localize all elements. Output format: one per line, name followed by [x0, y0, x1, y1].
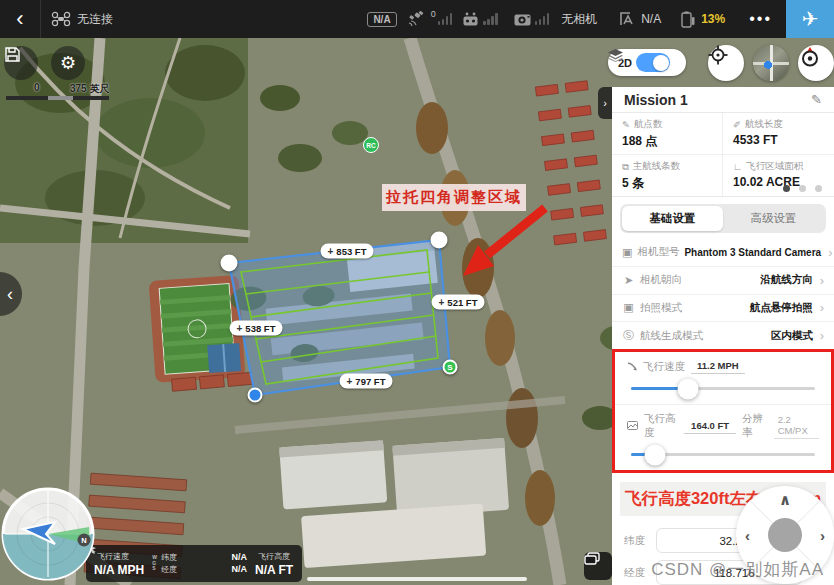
- camera-signal-bars: [535, 13, 550, 25]
- status-topbar: ‹ 无连接 N/A 0 无相机: [0, 0, 834, 38]
- plus-icon: +: [328, 246, 334, 257]
- mission-stats: ✎航点数 188 点 ✐航线长度 4533 FT ⧉主航线条数 5 条 ∟飞行区…: [612, 113, 834, 197]
- connection-status: 无连接: [41, 11, 123, 28]
- corner-handle-top-left[interactable]: [221, 255, 238, 272]
- speed-slider-row: 飞行速度 11.2 MPH: [615, 352, 831, 404]
- route-length-icon: ✐: [733, 119, 741, 130]
- plus-icon: +: [237, 323, 243, 334]
- camera-icon: [514, 13, 531, 26]
- flight-status: N/A: [609, 11, 671, 27]
- telemetry-coords: WGS 纬度N/A 经度N/A: [152, 552, 247, 575]
- gps-signal-bars: [438, 13, 453, 25]
- camera-model-icon: ▣: [622, 246, 632, 259]
- telemetry-altitude: 飞行高度 N/A FT: [255, 551, 293, 577]
- speed-slider[interactable]: [631, 387, 815, 390]
- nudge-up-button[interactable]: ∧: [779, 491, 791, 509]
- rc-status: [458, 12, 483, 26]
- nudge-center-knob[interactable]: [768, 518, 802, 552]
- gs-pro-app: 0 375 英尺 ⚙ ‹ 拉托四角调整区域 RC +853 FT +521 FT…: [0, 0, 834, 585]
- mission-title: Mission 1: [624, 92, 688, 108]
- battery-icon: [681, 11, 695, 28]
- setting-camera-heading[interactable]: ➤ 相机朝向 沿航线方向 ›: [612, 267, 834, 295]
- heading-icon: ➤: [622, 274, 635, 287]
- save-mission-button[interactable]: [4, 46, 38, 80]
- chevron-right-icon: ›: [820, 273, 824, 288]
- stat-main-lines: ⧉主航线条数 5 条: [612, 155, 723, 196]
- corner-handle-top-right[interactable]: [431, 232, 448, 249]
- map-mode-control[interactable]: 2D: [608, 49, 686, 76]
- mission-panel: Mission 1 ✎ ✎航点数 188 点 ✐航线长度 4533 FT ⧉主航…: [612, 87, 834, 585]
- connection-status-label: 无连接: [77, 11, 113, 28]
- setting-photo-mode[interactable]: ▣ 拍照模式 航点悬停拍照 ›: [612, 295, 834, 323]
- compass-mode-button[interactable]: [798, 45, 834, 81]
- plus-icon: +: [439, 297, 445, 308]
- watermark: CSDN @一别如斯AA: [651, 558, 824, 581]
- mission-header: Mission 1 ✎: [612, 87, 834, 113]
- nudge-right-button[interactable]: ›: [820, 527, 825, 544]
- battery-percent: 13%: [701, 12, 725, 26]
- scale-zero-label: 0: [34, 82, 40, 93]
- highlighted-sliders-box: 飞行速度 11.2 MPH 飞行高度 164.0 FT 分辨率 2.2 CM/P…: [612, 349, 834, 473]
- satellite-icon: [407, 11, 425, 27]
- waypoint-icon: ✎: [622, 119, 630, 130]
- compass-north-label: N: [81, 536, 86, 545]
- edge-length-left: +538 FT: [230, 321, 283, 336]
- resolution-value: 2.2 CM/PX: [774, 413, 819, 439]
- camera-status: [504, 13, 535, 26]
- takeoff-button[interactable]: ✈: [786, 0, 834, 38]
- speed-value-field[interactable]: 11.2 MPH: [691, 359, 745, 374]
- rc-signal-bars: [483, 13, 498, 25]
- setting-camera-model[interactable]: ▣ 相机型号 Phantom 3 Standard Camera ›: [612, 239, 834, 267]
- satellite-count: 0: [431, 9, 436, 19]
- annotation-label: 拉托四角调整区域: [382, 184, 526, 211]
- chevron-right-icon: ›: [820, 328, 824, 343]
- map-scale: 0 375 英尺: [6, 82, 116, 100]
- altitude-slider[interactable]: [631, 453, 815, 456]
- corner-handle-bottom-left[interactable]: [248, 388, 263, 403]
- back-button[interactable]: ‹: [0, 0, 40, 38]
- telemetry-speed: 飞行速度 N/A MPH: [94, 551, 144, 577]
- stats-pagination-dots[interactable]: [783, 185, 822, 192]
- photo-mode-icon: ▣: [622, 301, 635, 314]
- altitude-value-field[interactable]: 164.0 FT: [684, 419, 736, 434]
- altitude-slider-row: 飞行高度 164.0 FT 分辨率 2.2 CM/PX: [615, 404, 831, 470]
- edge-length-top: +853 FT: [321, 244, 374, 259]
- more-menu-button[interactable]: •••: [735, 10, 786, 28]
- plus-icon: +: [347, 376, 353, 387]
- nudge-left-button[interactable]: ‹: [745, 527, 750, 544]
- corner-handle-start[interactable]: S: [443, 360, 458, 375]
- 2d-toggle[interactable]: [636, 53, 670, 72]
- main-lines-icon: ⧉: [622, 161, 629, 173]
- takeoff-plane-icon: ✈: [802, 7, 819, 31]
- telemetry-bar: 飞行速度 N/A MPH WGS 纬度N/A 经度N/A 飞行高度 N/A FT: [86, 545, 302, 582]
- flight-altitude-icon: [627, 421, 638, 432]
- media-gallery-button[interactable]: [584, 552, 612, 580]
- tab-basic-settings[interactable]: 基础设置: [622, 206, 723, 231]
- locate-me-button[interactable]: [708, 45, 744, 81]
- minimap-thumbnail[interactable]: [753, 45, 789, 81]
- edge-length-right: +521 FT: [432, 295, 485, 310]
- tab-advanced-settings[interactable]: 高级设置: [723, 206, 824, 231]
- chevron-right-icon: ›: [820, 300, 824, 315]
- gps-mode-badge: N/A: [367, 12, 396, 27]
- map-settings-button[interactable]: ⚙: [51, 46, 85, 80]
- camera-status-label: 无相机: [555, 11, 609, 28]
- altitude-slider-thumb[interactable]: [644, 444, 665, 465]
- setting-route-mode[interactable]: Ⓢ 航线生成模式 区内模式 ›: [612, 322, 834, 350]
- flight-speed-icon: [627, 361, 637, 373]
- home-indicator[interactable]: [307, 577, 527, 581]
- speed-slider-thumb[interactable]: [678, 378, 699, 399]
- gear-icon: ⚙: [60, 52, 76, 74]
- stat-waypoints: ✎航点数 188 点: [612, 113, 723, 155]
- settings-tabs: 基础设置 高级设置: [620, 204, 826, 233]
- edit-mission-icon[interactable]: ✎: [811, 92, 822, 107]
- battery-status: 13%: [671, 11, 735, 28]
- area-icon: ∟: [733, 161, 742, 172]
- flight-status-label: N/A: [641, 12, 661, 26]
- satellite-status: 0: [397, 11, 438, 27]
- panel-collapse-tab[interactable]: ›: [598, 87, 612, 119]
- route-mode-icon: Ⓢ: [622, 328, 635, 343]
- drone-icon: [51, 11, 71, 27]
- chevron-right-icon: ›: [828, 245, 832, 260]
- rc-home-marker[interactable]: RC: [363, 137, 379, 153]
